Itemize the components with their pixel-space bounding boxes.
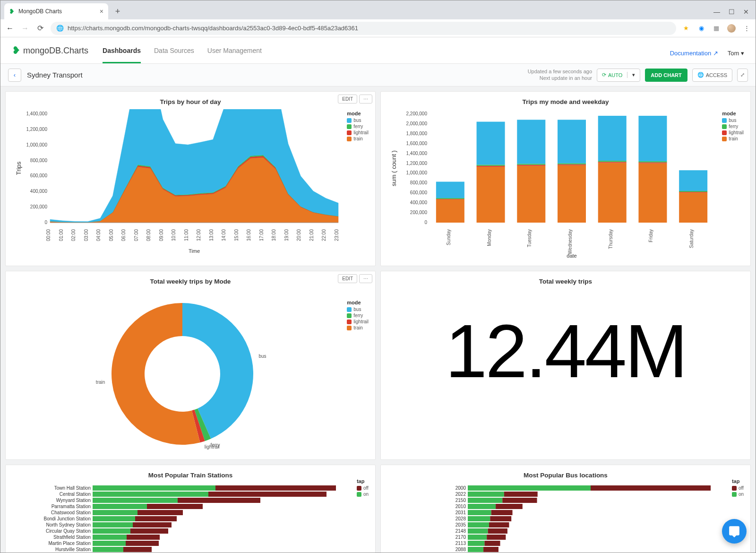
more-button[interactable]: ⋯ [359,95,372,104]
svg-rect-89 [93,485,215,491]
chart-card-weekday[interactable]: Trips my mode and weekday mode busferryl… [380,91,751,266]
messenger-icon[interactable]: ◉ [697,24,705,33]
brand-name: mongoDB [23,46,61,55]
svg-text:400,000: 400,000 [410,200,428,205]
address-bar[interactable]: 🌐 https://charts.mongodb.com/mongodb-cha… [51,22,676,35]
access-button[interactable]: 🌐ACCESS [692,69,732,82]
svg-text:17:00: 17:00 [259,229,264,241]
edit-button[interactable]: EDIT [338,95,357,104]
svg-rect-141 [491,510,513,515]
maximize-icon[interactable]: ☐ [729,8,735,16]
svg-text:03:00: 03:00 [84,229,89,241]
svg-rect-72 [638,164,667,223]
svg-text:600,000: 600,000 [410,190,428,195]
svg-rect-129 [591,485,711,491]
svg-rect-110 [93,528,130,534]
more-button[interactable]: ⋯ [359,274,372,283]
svg-rect-70 [598,116,627,161]
chart-card-train-stations[interactable]: Most Popular Train Stations tap offon To… [5,465,376,553]
minimize-icon[interactable]: — [713,8,720,16]
svg-text:date: date [567,253,576,259]
tab-title: MongoDB Charts [18,8,62,15]
svg-text:800,000: 800,000 [410,180,428,185]
svg-text:00:00: 00:00 [46,229,51,241]
svg-text:200,000: 200,000 [30,204,48,209]
chart-card-pie[interactable]: EDIT ⋯ Total weekly trips by Mode mode b… [5,271,376,460]
svg-text:12:00: 12:00 [196,229,201,241]
documentation-link[interactable]: Documentation ↗ [670,50,718,57]
svg-text:1,400,000: 1,400,000 [26,111,48,116]
svg-text:1,400,000: 1,400,000 [406,151,428,156]
svg-rect-102 [137,510,183,515]
fullscreen-button[interactable]: ⤢ [737,69,748,82]
svg-text:15:00: 15:00 [234,229,239,241]
brand-logo[interactable]: ❥ mongoDB.Charts [12,44,88,57]
svg-text:Sunday: Sunday [446,229,451,245]
forward-icon[interactable]: → [20,24,30,33]
profile-avatar[interactable] [727,24,736,33]
svg-rect-49 [436,198,464,199]
svg-text:2035: 2035 [455,522,466,527]
dashboard-toolbar: ‹ Sydney Transport Updated a few seconds… [0,64,756,86]
browser-tabbar: ❥ MongoDB Charts × + — ☐ ✕ [0,0,756,19]
menu-icon[interactable]: ⋮ [742,24,751,33]
svg-rect-57 [517,166,545,223]
chart-card-bus-locations[interactable]: Most Popular Bus locations tap offon 200… [380,465,751,553]
svg-text:1,600,000: 1,600,000 [406,141,428,146]
svg-rect-93 [208,492,326,497]
back-icon[interactable]: ← [5,24,15,33]
update-status: Updated a few seconds ago Next update in… [528,69,592,81]
svg-text:1,000,000: 1,000,000 [406,170,428,175]
svg-rect-158 [468,547,483,552]
svg-rect-146 [468,522,489,527]
svg-text:train: train [96,380,105,385]
refresh-mode[interactable]: ⟳ AUTO ▾ [597,69,640,82]
svg-rect-155 [468,541,484,546]
refresh-icon: ⟳ [602,72,606,78]
back-button[interactable]: ‹ [8,69,21,82]
svg-text:Town Hall Station: Town Hall Station [54,485,91,491]
edit-button[interactable]: EDIT [338,274,357,283]
browser-tab[interactable]: ❥ MongoDB Charts × [4,3,108,19]
svg-text:21:00: 21:00 [309,229,314,241]
svg-rect-92 [93,492,208,497]
brand-suffix: Charts [63,46,88,55]
svg-rect-113 [93,535,127,540]
star-icon[interactable]: ★ [682,24,690,33]
svg-text:1,800,000: 1,800,000 [406,131,428,136]
user-menu[interactable]: Tom ▾ [728,50,744,57]
nav-data-sources[interactable]: Data Sources [154,47,194,63]
svg-rect-62 [558,165,586,223]
svg-text:04:00: 04:00 [96,229,101,241]
svg-rect-108 [133,522,172,527]
add-chart-button[interactable]: ADD CHART [645,69,687,82]
nav-user-management[interactable]: User Management [207,47,262,63]
chart-title: Total weekly trips [387,278,744,285]
svg-rect-55 [477,122,505,165]
close-icon[interactable]: × [100,8,103,15]
svg-text:2028: 2028 [455,516,466,521]
close-window-icon[interactable]: ✕ [743,8,749,16]
help-bubble[interactable] [722,519,747,544]
legend: mode busferrylightrailtrain [347,111,369,142]
chart-card-hour[interactable]: EDIT ⋯ Trips by hour of day mode busferr… [5,91,376,266]
svg-rect-96 [178,498,260,503]
svg-text:Circular Quay Station: Circular Quay Station [46,528,91,534]
svg-rect-47 [436,199,464,223]
svg-text:Wednesday: Wednesday [567,229,573,254]
chart-card-number[interactable]: Total weekly trips 12.44M [380,271,751,460]
svg-text:sum ( count ): sum ( count ) [390,150,397,186]
nav-dashboards[interactable]: Dashboards [103,47,141,63]
svg-rect-53 [477,166,505,167]
new-tab-button[interactable]: + [111,5,124,18]
svg-text:North Sydney Station: North Sydney Station [46,522,91,527]
extension-icon[interactable]: ▦ [712,24,721,33]
svg-rect-64 [558,163,586,164]
legend: mode busferrylightrailtrain [347,300,369,331]
dashboard-title: Sydney Transport [27,71,83,79]
reload-icon[interactable]: ⟳ [35,24,45,33]
svg-rect-134 [468,498,502,503]
svg-text:18:00: 18:00 [271,229,276,241]
svg-text:2088: 2088 [455,547,466,552]
browser-toolbar: ← → ⟳ 🌐 https://charts.mongodb.com/mongo… [0,19,756,37]
